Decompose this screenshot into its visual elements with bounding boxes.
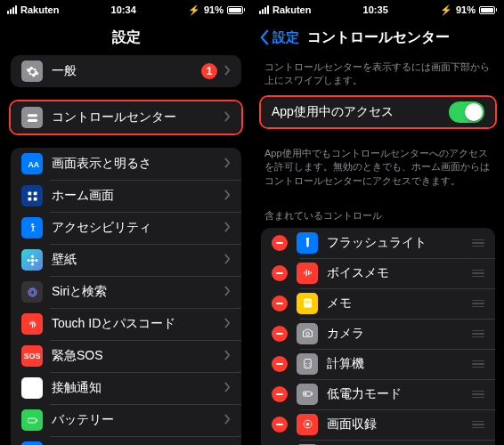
control-camera[interactable]: カメラ — [261, 319, 495, 349]
remove-button[interactable] — [272, 386, 288, 402]
back-button[interactable]: 設定 — [259, 29, 299, 46]
label: メモ — [327, 295, 465, 312]
label: 接触通知 — [52, 380, 224, 396]
row-siri[interactable]: Siriと検索 — [11, 276, 241, 308]
row-battery[interactable]: バッテリー — [11, 404, 241, 436]
siri-icon — [21, 281, 43, 303]
row-control-center[interactable]: コントロールセンター — [11, 101, 241, 134]
row-touchid[interactable]: Touch IDとパスコード — [11, 308, 241, 340]
remove-button[interactable] — [272, 326, 288, 342]
chevron-right-icon — [224, 412, 231, 428]
record-icon — [297, 414, 318, 435]
label: フラッシュライト — [327, 235, 465, 251]
chevron-right-icon — [224, 380, 231, 396]
control-calculator[interactable]: 計算機 — [261, 349, 495, 379]
drag-handle[interactable] — [472, 300, 484, 308]
remove-button[interactable] — [272, 265, 288, 281]
flower-icon — [21, 249, 43, 271]
svg-point-9 — [30, 255, 33, 257]
text-size-icon: AA — [21, 153, 43, 174]
remove-button[interactable] — [272, 356, 288, 372]
status-bar: Rakuten 10:35 ⚡ 91% — [252, 0, 504, 20]
svg-point-16 — [32, 388, 36, 392]
chevron-right-icon — [224, 220, 231, 236]
row-wallpaper[interactable]: 壁紙 — [11, 244, 241, 276]
row-home[interactable]: ホーム画面 — [11, 180, 241, 212]
svg-rect-27 — [305, 303, 310, 303]
highlight: コントロールセンター — [9, 100, 243, 135]
waveform-icon — [297, 263, 318, 284]
control-flashlight[interactable]: フラッシュライト — [261, 228, 495, 258]
drag-handle[interactable] — [472, 270, 484, 278]
label: 計算機 — [327, 356, 465, 372]
control-alarm[interactable]: アラーム — [261, 440, 495, 445]
control-center-screen: Rakuten 10:35 ⚡ 91% 設定 コントロールセンター コントロール… — [252, 0, 504, 445]
label: Siriと検索 — [52, 284, 224, 300]
svg-point-8 — [30, 258, 34, 262]
drag-handle[interactable] — [472, 421, 484, 429]
row-app-access[interactable]: App使用中のアクセス — [261, 97, 495, 127]
svg-rect-26 — [305, 301, 310, 302]
svg-rect-0 — [27, 114, 37, 117]
chevron-right-icon — [224, 284, 231, 300]
row-exposure[interactable]: 接触通知 — [11, 372, 241, 404]
svg-point-18 — [28, 390, 30, 392]
drag-handle[interactable] — [472, 239, 484, 247]
battery-percent: 91% — [204, 4, 224, 15]
label: 一般 — [52, 63, 201, 79]
label: Touch IDとパスコード — [52, 316, 224, 332]
row-accessibility[interactable]: アクセシビリティ — [11, 212, 241, 244]
svg-rect-4 — [33, 191, 37, 195]
battery-percent: 91% — [456, 4, 476, 15]
chevron-right-icon — [224, 156, 231, 172]
toggle-switch[interactable] — [449, 101, 484, 123]
chevron-right-icon — [224, 348, 231, 364]
label: 緊急SOS — [52, 348, 224, 364]
clock: 10:34 — [111, 4, 136, 15]
status-bar: Rakuten 10:34 ⚡ 91% — [0, 0, 252, 20]
remove-button[interactable] — [272, 295, 288, 312]
remove-button[interactable] — [272, 417, 288, 433]
control-voice-memo[interactable]: ボイスメモ — [261, 258, 495, 288]
label: バッテリー — [52, 412, 224, 428]
row-privacy[interactable]: プライバシーとセキュリティ — [11, 436, 241, 445]
clock: 10:35 — [363, 4, 388, 15]
control-low-power[interactable]: 低電力モード — [261, 379, 495, 409]
flashlight-icon — [297, 232, 318, 254]
sos-icon: SOS — [21, 345, 43, 367]
drag-handle[interactable] — [472, 391, 484, 399]
chevron-right-icon — [224, 252, 231, 268]
highlight: App使用中のアクセス — [259, 95, 497, 129]
svg-rect-24 — [310, 272, 311, 275]
fingerprint-icon — [21, 313, 43, 335]
camera-icon — [297, 323, 318, 344]
description: コントロールセンターを表示するには画面下部から上にスワイプします。 — [252, 55, 504, 97]
low-power-icon — [297, 384, 318, 405]
drag-handle[interactable] — [472, 330, 484, 338]
nav-header: 設定 コントロールセンター — [252, 20, 504, 55]
page-title: 設定 — [0, 20, 252, 55]
control-screen-record[interactable]: 画面収録 — [261, 409, 495, 440]
control-notes[interactable]: メモ — [261, 288, 495, 319]
signal-icon — [7, 5, 17, 14]
svg-point-31 — [308, 363, 309, 364]
toggles-icon — [21, 107, 43, 128]
label: App使用中のアクセス — [272, 104, 449, 120]
svg-rect-36 — [304, 393, 306, 396]
row-general[interactable]: 一般 1 — [11, 55, 241, 87]
badge: 1 — [201, 63, 217, 79]
row-display[interactable]: AA 画面表示と明るさ — [11, 148, 241, 180]
svg-rect-6 — [33, 197, 37, 200]
remove-button[interactable] — [272, 235, 288, 251]
label: コントロールセンター — [52, 109, 224, 125]
description: App使用中でもコントロールセンターへのアクセスを許可します。無効のときでも、ホ… — [252, 142, 504, 197]
drag-handle[interactable] — [472, 360, 484, 368]
svg-rect-19 — [28, 418, 36, 423]
row-sos[interactable]: SOS 緊急SOS — [11, 340, 241, 372]
svg-point-15 — [28, 384, 32, 388]
svg-rect-5 — [28, 197, 31, 200]
grid-icon — [21, 185, 43, 206]
accessibility-icon — [21, 217, 43, 239]
charge-icon: ⚡ — [440, 4, 452, 16]
battery-icon — [21, 409, 43, 431]
